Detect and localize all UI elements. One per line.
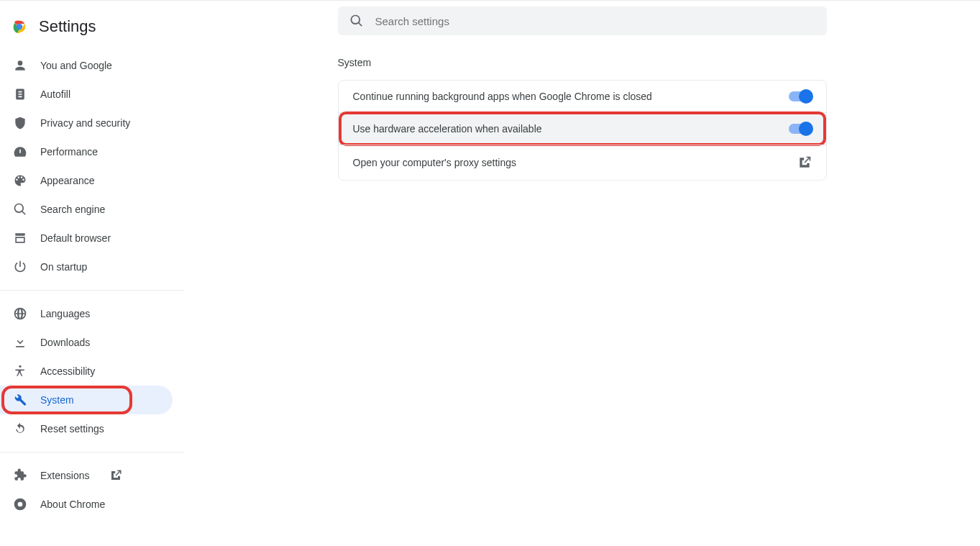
extension-icon — [13, 468, 27, 483]
sidebar-item-appearance[interactable]: Appearance — [0, 166, 184, 195]
search-input[interactable] — [375, 15, 815, 27]
toggle-switch[interactable] — [789, 91, 812, 101]
search-icon — [13, 202, 27, 217]
sidebar-item-label: Default browser — [40, 232, 111, 244]
nav-group-advanced: Languages Downloads Accessibility System… — [0, 295, 184, 447]
browser-icon — [13, 231, 27, 245]
sidebar-item-label: Appearance — [40, 175, 95, 186]
setting-row-proxy-settings[interactable]: Open your computer's proxy settings — [339, 145, 826, 180]
brand-title: Settings — [39, 17, 96, 36]
main-content: System Continue running background apps … — [184, 1, 980, 546]
wrench-icon — [13, 393, 27, 407]
open-external-icon — [797, 155, 812, 170]
sidebar-item-label: About Chrome — [40, 499, 105, 510]
sidebar-item-label: Reset settings — [40, 423, 104, 434]
sidebar-item-label: Performance — [40, 146, 98, 158]
sidebar: Settings You and Google Autofill Privacy… — [0, 1, 184, 546]
download-icon — [13, 335, 27, 350]
sidebar-item-search-engine[interactable]: Search engine — [0, 195, 184, 224]
search-bar[interactable] — [338, 6, 827, 35]
sidebar-item-label: Accessibility — [40, 365, 95, 377]
separator — [0, 290, 184, 291]
nav-group-other: Extensions About Chrome — [0, 457, 184, 523]
setting-row-background-apps[interactable]: Continue running background apps when Go… — [339, 81, 826, 112]
setting-label: Open your computer's proxy settings — [353, 157, 797, 168]
sidebar-item-label: You and Google — [40, 60, 112, 71]
shield-icon — [13, 116, 27, 130]
sidebar-item-label: Downloads — [40, 337, 90, 348]
settings-card: Continue running background apps when Go… — [338, 80, 827, 181]
sidebar-item-on-startup[interactable]: On startup — [0, 252, 184, 281]
sidebar-item-autofill[interactable]: Autofill — [0, 80, 184, 109]
sidebar-item-label: On startup — [40, 261, 87, 273]
search-icon — [349, 14, 364, 28]
setting-row-hardware-acceleration[interactable]: Use hardware acceleration when available — [339, 112, 826, 145]
power-icon — [13, 260, 27, 274]
sidebar-item-you-and-google[interactable]: You and Google — [0, 51, 184, 80]
accessibility-icon — [13, 364, 27, 378]
brand: Settings — [0, 6, 184, 47]
sidebar-item-extensions[interactable]: Extensions — [0, 461, 184, 490]
svg-point-5 — [18, 502, 23, 507]
svg-point-3 — [19, 365, 21, 368]
sidebar-item-label: System — [40, 394, 74, 406]
sidebar-item-label: Languages — [40, 308, 90, 319]
sidebar-item-label: Privacy and security — [40, 117, 130, 129]
setting-label: Use hardware acceleration when available — [353, 123, 789, 135]
autofill-icon — [13, 87, 27, 101]
system-section: System Continue running background apps … — [338, 57, 827, 181]
separator — [0, 452, 184, 452]
section-title: System — [338, 57, 827, 68]
sidebar-item-default-browser[interactable]: Default browser — [0, 224, 184, 252]
palette-icon — [13, 173, 27, 188]
sidebar-item-privacy[interactable]: Privacy and security — [0, 109, 184, 137]
chrome-icon — [13, 497, 27, 511]
person-icon — [13, 58, 27, 73]
sidebar-item-accessibility[interactable]: Accessibility — [0, 357, 184, 386]
globe-icon — [13, 306, 27, 321]
setting-label: Continue running background apps when Go… — [353, 91, 789, 102]
toggle-switch[interactable] — [789, 124, 812, 134]
sidebar-item-downloads[interactable]: Downloads — [0, 328, 184, 357]
nav-group-main: You and Google Autofill Privacy and secu… — [0, 47, 184, 286]
sidebar-item-label: Autofill — [40, 88, 70, 100]
chrome-logo-icon — [12, 19, 27, 35]
sidebar-item-label: Search engine — [40, 204, 105, 215]
reset-icon — [13, 422, 27, 436]
sidebar-item-reset-settings[interactable]: Reset settings — [0, 414, 184, 443]
sidebar-item-languages[interactable]: Languages — [0, 299, 184, 328]
sidebar-item-performance[interactable]: Performance — [0, 137, 184, 166]
sidebar-item-system[interactable]: System — [0, 386, 173, 414]
speed-icon — [13, 145, 27, 159]
sidebar-item-about-chrome[interactable]: About Chrome — [0, 490, 184, 519]
open-external-icon — [109, 469, 122, 482]
sidebar-item-label: Extensions — [40, 470, 89, 481]
